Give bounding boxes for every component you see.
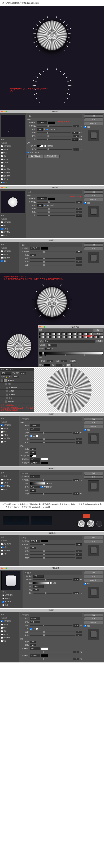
hilite-color[interactable] [41, 647, 48, 650]
blend-select[interactable]: 正常 [30, 475, 40, 478]
visibility-icon[interactable] [6, 394, 8, 396]
grad-style-select[interactable]: 线性 [33, 585, 44, 588]
bevel-method-select[interactable]: 平滑 [30, 428, 40, 431]
style-item[interactable]: 渐变叠加 [0, 437, 19, 440]
opacity-value[interactable]: 75 [76, 201, 82, 204]
smart-filter-row[interactable]: 智能滤镜 [0, 400, 34, 403]
preview-check[interactable] [84, 625, 86, 627]
set-default-button[interactable]: 设置为默认值 [27, 155, 43, 158]
distance-value[interactable]: 5 [76, 208, 82, 210]
size-slider[interactable] [37, 215, 75, 216]
cancel-button[interactable]: 取消 [84, 617, 103, 620]
visibility-icon[interactable] [5, 383, 7, 385]
style-item[interactable]: 内阴影 [0, 481, 19, 485]
style-item[interactable]: 纹理 [0, 151, 26, 155]
new-style-button[interactable]: 新建样式... [84, 198, 103, 201]
blend-options[interactable]: 混合选项 [0, 420, 19, 424]
visibility-icon[interactable] [1, 379, 3, 381]
shadow-select[interactable]: 正片叠底 [30, 654, 40, 657]
style-item[interactable]: 渐变叠加 [0, 549, 19, 552]
style-item[interactable]: 投影 [0, 440, 19, 443]
ok-button[interactable]: 确定 [84, 472, 103, 475]
stop-color[interactable] [44, 364, 50, 367]
minimize-icon[interactable] [3, 111, 5, 112]
style-check[interactable] [1, 182, 3, 183]
name-input[interactable]: 自定 [44, 340, 95, 342]
delete-stop-button[interactable]: 删除 [70, 360, 76, 363]
fx-row[interactable]: 效果 [0, 383, 34, 386]
ok-button[interactable]: 确定 [84, 115, 103, 118]
fx-item[interactable]: 投影 [0, 397, 34, 400]
color-swatch[interactable] [41, 540, 48, 542]
delete-stop-button[interactable]: 删除 [65, 364, 72, 367]
ok-button[interactable]: 确定 [84, 417, 103, 421]
style-item[interactable]: 斜面和浮雕 [0, 145, 26, 148]
grad-style-select[interactable]: 角度 [30, 486, 40, 488]
slider[interactable] [30, 631, 75, 632]
slider[interactable] [30, 261, 75, 262]
choke-value[interactable]: 0 [76, 211, 82, 213]
cancel-button[interactable]: 取消 [84, 421, 103, 424]
style-item[interactable]: 投影 [1, 603, 21, 607]
new-grad-button[interactable]: 新建 [96, 340, 103, 343]
new-style-button[interactable]: 新建样式... [84, 425, 103, 428]
preview-check[interactable] [84, 583, 86, 585]
new-style-button[interactable]: 新建样式... [84, 621, 103, 624]
new-style-button[interactable]: 新建样式... [84, 122, 103, 125]
style-item[interactable]: 投影 [0, 639, 19, 643]
slider[interactable] [30, 493, 72, 494]
type-select[interactable]: 实底 [47, 344, 57, 346]
tab-layers[interactable]: 图层 [1, 369, 4, 371]
blend-options[interactable]: 混合选项 [0, 217, 26, 221]
style-item[interactable]: 斜面和浮雕 [0, 250, 19, 253]
gradient-picker[interactable] [33, 582, 49, 584]
style-check[interactable] [1, 158, 3, 160]
global-light-check[interactable] [46, 129, 48, 130]
distance-slider[interactable] [37, 132, 71, 133]
style-item[interactable]: 外发光 [0, 178, 26, 181]
style-item[interactable]: 渐变叠加 [1, 600, 21, 603]
slider[interactable] [33, 579, 72, 580]
style-item[interactable]: 投影 [0, 259, 19, 263]
style-item[interactable]: 颜色叠加 [0, 168, 26, 171]
visibility-icon[interactable] [5, 401, 7, 403]
slider[interactable] [30, 265, 75, 266]
zoom-icon[interactable] [5, 567, 7, 569]
slider[interactable] [33, 593, 72, 593]
style-item[interactable]: 纹理 [0, 626, 19, 629]
blend-select[interactable]: 正片叠底 [37, 121, 47, 124]
color-swatch[interactable] [48, 197, 55, 200]
blend-options[interactable]: 混合选项 [0, 246, 19, 250]
slider[interactable] [30, 252, 75, 252]
style-item[interactable]: 斜面和浮雕 [0, 620, 19, 623]
style-check[interactable] [1, 149, 3, 150]
close-icon[interactable] [1, 111, 3, 112]
style-item[interactable]: 光泽 [0, 164, 26, 168]
noise-slider[interactable] [37, 149, 72, 150]
style-check[interactable] [1, 175, 3, 177]
spread-slider[interactable] [37, 136, 72, 136]
slider[interactable] [30, 557, 75, 558]
style-item[interactable]: 描边 [0, 224, 26, 227]
style-item[interactable]: 斜面和浮雕 [0, 424, 19, 427]
visibility-icon[interactable] [6, 386, 8, 389]
slider[interactable] [30, 258, 75, 259]
cancel-button[interactable]: 取消 [93, 333, 103, 336]
size-value[interactable]: 5 [76, 214, 82, 217]
slider[interactable] [30, 551, 75, 552]
style-check[interactable] [1, 165, 3, 167]
style-check[interactable] [1, 178, 3, 180]
style-item[interactable]: 斜面和浮雕 [0, 478, 19, 481]
fx-item[interactable]: 斜面和浮雕 [0, 386, 34, 390]
preview-check[interactable] [84, 126, 86, 128]
slider[interactable] [30, 554, 75, 555]
ok-button[interactable]: 确定 [84, 571, 103, 574]
style-item[interactable]: 渐变叠加 [0, 256, 19, 259]
cancel-button[interactable]: 取消 [84, 247, 103, 250]
style-item[interactable]: 投影 [0, 552, 19, 556]
style-item[interactable]: 内阴影 [0, 158, 26, 161]
new-style-button[interactable]: 新建样式... [84, 579, 103, 582]
cancel-button[interactable]: 取消 [84, 475, 103, 478]
hilite-color[interactable] [41, 458, 48, 460]
slider[interactable] [30, 544, 75, 545]
